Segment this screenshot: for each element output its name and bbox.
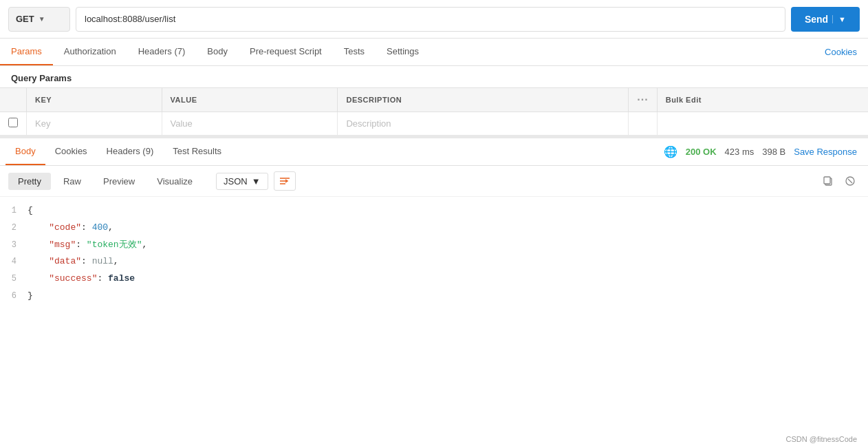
wrap-button[interactable] [274,171,296,191]
line-number: 6 [0,290,28,303]
tab-prerequest-label: Pre-request Script [250,46,322,56]
key-placeholder: Key [35,118,50,129]
send-label: Send [805,14,828,25]
col-value: VALUE [162,88,338,112]
save-response-button[interactable]: Save Response [794,147,857,157]
fmt-tab-visualize[interactable]: Visualize [147,173,202,190]
url-input[interactable] [76,7,785,32]
line-number: 5 [0,273,28,286]
resp-tab-headers-label: Headers (9) [107,146,154,156]
tab-params-label: Params [11,46,42,56]
method-dropdown[interactable]: GET ▼ [8,7,70,32]
line-content: } [28,289,868,304]
line-content: "data": null, [28,255,868,269]
line-content: "code": 400, [28,221,868,235]
col-bulk[interactable]: Bulk Edit [657,88,868,112]
params-table: KEY VALUE DESCRIPTION ··· Bulk Edit Key … [0,87,868,136]
line-number: 4 [0,255,28,268]
tab-settings[interactable]: Settings [376,39,430,65]
cookies-link[interactable]: Cookies [814,47,868,57]
tab-settings-label: Settings [387,46,419,56]
tab-body[interactable]: Body [196,39,239,65]
response-status: 🌐 200 OK 423 ms 398 B Save Response [664,145,862,158]
status-size: 398 B [762,147,785,157]
code-line: 3 "msg": "token无效", [0,237,868,254]
copy-icon [823,176,834,187]
tab-params[interactable]: Params [0,39,53,65]
resp-tab-headers[interactable]: Headers (9) [97,138,164,165]
response-tabs: Body Cookies Headers (9) Test Results 🌐 … [0,138,868,166]
resp-tab-cookies[interactable]: Cookies [45,138,97,165]
row-checkbox[interactable] [8,118,18,127]
description-cell[interactable]: Description [338,112,629,136]
line-content: "success": false [28,272,868,286]
clear-icon [845,176,856,187]
tab-authorization-label: Authorization [64,46,116,56]
svg-line-6 [848,179,852,183]
value-cell[interactable]: Value [162,112,338,136]
send-button[interactable]: Send ▼ [791,7,860,32]
send-chevron-icon: ▼ [832,15,846,23]
fmt-tab-pretty[interactable]: Pretty [8,173,51,190]
top-bar: GET ▼ Send ▼ [0,0,868,39]
code-line: 1{ [0,202,868,220]
resp-tab-cookies-label: Cookies [55,146,87,156]
status-time: 423 ms [725,147,755,157]
code-line: 5 "success": false [0,270,868,288]
resp-tab-body-label: Body [15,146,36,156]
json-format-label: JSON [224,176,248,187]
line-content: "msg": "token无效", [28,238,868,253]
tab-headers[interactable]: Headers (7) [127,39,197,65]
more-dots-icon[interactable]: ··· [637,94,648,105]
table-row: Key Value Description [0,112,868,136]
response-body-code: 1{2 "code": 400,3 "msg": "token无效",4 "da… [0,197,868,310]
code-line: 4 "data": null, [0,253,868,270]
line-number: 3 [0,239,28,252]
tab-body-label: Body [207,46,228,56]
col-description: DESCRIPTION [338,88,629,112]
resp-tab-testresults-label: Test Results [173,146,221,156]
key-cell[interactable]: Key [27,112,162,136]
format-bar: Pretty Raw Preview Visualize JSON ▼ [0,166,868,197]
clear-button[interactable] [840,171,860,191]
json-format-select[interactable]: JSON ▼ [216,173,268,190]
line-number: 2 [0,222,28,235]
chevron-down-icon: ▼ [39,15,45,23]
code-line: 2 "code": 400, [0,220,868,237]
line-number: 1 [0,204,28,217]
method-label: GET [16,14,34,24]
tab-prerequest[interactable]: Pre-request Script [239,39,333,65]
request-tabs: Params Authorization Headers (7) Body Pr… [0,39,868,66]
row-bulk-cell [657,112,868,136]
tab-headers-label: Headers (7) [138,46,186,56]
row-checkbox-cell [0,112,27,136]
query-params-heading: Query Params [0,66,868,87]
globe-icon[interactable]: 🌐 [664,145,677,158]
tab-authorization[interactable]: Authorization [53,39,127,65]
resp-tab-body[interactable]: Body [6,138,45,165]
code-line: 6} [0,288,868,305]
json-chevron-icon: ▼ [252,176,261,187]
status-code: 200 OK [686,147,717,157]
col-more: ··· [629,88,657,112]
fmt-tab-raw[interactable]: Raw [54,173,91,190]
tab-tests-label: Tests [344,46,365,56]
description-placeholder: Description [346,118,391,129]
value-placeholder: Value [171,118,193,129]
svg-rect-4 [824,177,830,184]
fmt-tab-preview[interactable]: Preview [94,173,144,190]
copy-button[interactable] [818,171,838,191]
line-content: { [28,204,868,218]
row-more-cell [629,112,657,136]
resp-tab-testresults[interactable]: Test Results [163,138,231,165]
col-check [0,88,27,112]
tab-tests[interactable]: Tests [333,39,376,65]
wrap-icon [279,176,290,187]
col-key: KEY [27,88,162,112]
